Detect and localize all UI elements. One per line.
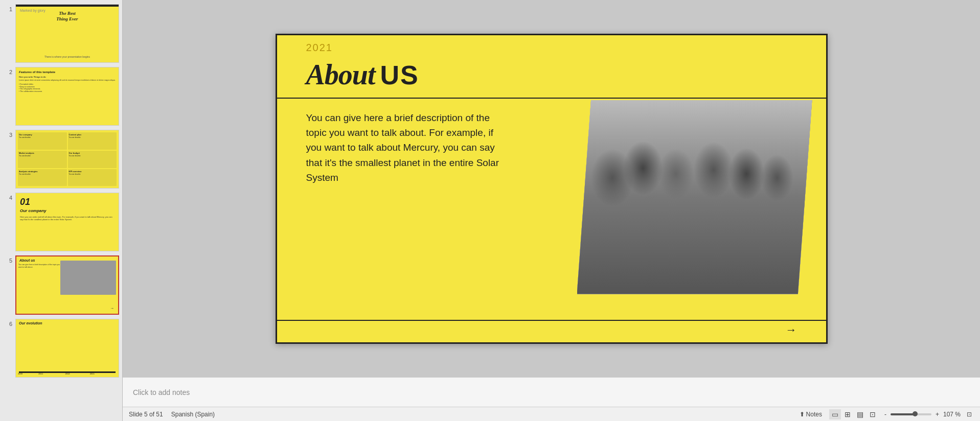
view-icons: ▭ ⊞ ▤ ⊡ bbox=[829, 409, 878, 419]
slide-thumbnail-5[interactable]: About us You can give here a brief descr… bbox=[15, 255, 119, 315]
normal-view-button[interactable]: ▭ bbox=[829, 409, 841, 419]
slide-title-us: US bbox=[380, 60, 419, 90]
zoom-slider[interactable] bbox=[891, 413, 931, 415]
slide-number-1: 1 bbox=[3, 4, 12, 12]
slide-arrow: → bbox=[786, 323, 797, 337]
slide-item-6[interactable]: 6 Our evolution 2009 2011 2013 2015 bbox=[0, 317, 122, 380]
slide-item-4[interactable]: 4 01 Our company Here you can write and … bbox=[0, 191, 122, 253]
slide2-text: Here you write Things to do Lorem ipsum … bbox=[19, 76, 116, 92]
slide-bottom-line bbox=[276, 320, 828, 321]
slide-border-left bbox=[276, 34, 277, 344]
slide-number-2: 2 bbox=[3, 67, 12, 75]
zoom-thumb bbox=[913, 411, 918, 416]
slide-thumbnail-3[interactable]: Our companyYou can describe Content plan… bbox=[15, 130, 119, 189]
slide-content: 2021 About US You can give here a brief … bbox=[276, 34, 828, 344]
slide-number-3: 3 bbox=[3, 130, 12, 138]
main-area: 2021 About US You can give here a brief … bbox=[123, 0, 980, 421]
fit-slide-button[interactable]: ⊡ bbox=[965, 410, 974, 419]
slide3-cell5: Analysis strategiesYou can describe bbox=[18, 169, 67, 186]
slide-thumbnail-1[interactable]: Marked by glory The BestThing Ever There… bbox=[15, 4, 119, 63]
zoom-in-button[interactable]: + bbox=[933, 410, 941, 419]
status-right: ⬆ Notes ▭ ⊞ ▤ ⊡ - + bbox=[796, 409, 974, 419]
slide-title-container: About US bbox=[306, 58, 419, 91]
slide5-arrow: → bbox=[110, 306, 114, 311]
slide-number-6: 6 bbox=[3, 319, 12, 327]
slide5-text: You can give here a brief description of… bbox=[18, 264, 61, 269]
slide-year: 2021 bbox=[306, 42, 333, 54]
notes-area: Click to add notes bbox=[123, 377, 980, 407]
slide3-cell4: Our budgetYou can describe bbox=[68, 151, 117, 168]
slide4-text: Here you can write and tell all about th… bbox=[20, 216, 115, 221]
slide4-number: 01 bbox=[20, 197, 30, 206]
slide3-cell2: Content planYou can describe bbox=[68, 132, 117, 150]
notes-label: Notes bbox=[806, 411, 822, 418]
slide-info: Slide 5 of 51 bbox=[129, 411, 163, 418]
zoom-out-button[interactable]: - bbox=[882, 410, 888, 419]
notes-toggle-button[interactable]: ⬆ Notes bbox=[796, 410, 825, 419]
slide-sorter-button[interactable]: ⊞ bbox=[842, 409, 853, 419]
slide-photo-container bbox=[577, 100, 812, 294]
slide3-cell3: Market analysisYou can describe bbox=[18, 151, 67, 168]
zoom-percent: 107 % bbox=[943, 411, 961, 418]
slide-canvas-area: 2021 About US You can give here a brief … bbox=[123, 0, 980, 377]
slide6-year1: 2009 bbox=[18, 372, 22, 375]
slide1-sub: There is where your presentation begins bbox=[20, 55, 115, 58]
zoom-bar: - + 107 % bbox=[882, 410, 961, 419]
slide6-year4: 2015 bbox=[90, 372, 95, 375]
slide-mid-line bbox=[276, 98, 828, 99]
slide-description: You can give here a brief description of… bbox=[306, 110, 500, 185]
slide6-year2: 2011 bbox=[38, 372, 43, 375]
slide-item-3[interactable]: 3 Our companyYou can describe Content pl… bbox=[0, 128, 122, 191]
slide-border-bottom bbox=[276, 342, 828, 344]
slides-panel: 1 Marked by glory The BestThing Ever The… bbox=[0, 0, 123, 421]
notes-placeholder[interactable]: Click to add notes bbox=[133, 388, 190, 396]
slide6-year3: 2013 bbox=[65, 372, 70, 375]
slide5-title: About us bbox=[19, 259, 35, 262]
slide-number-4: 4 bbox=[3, 193, 12, 201]
slide-photo-inner bbox=[577, 100, 812, 294]
slide-title-about: About bbox=[306, 58, 375, 91]
slide-item-1[interactable]: 1 Marked by glory The BestThing Ever The… bbox=[0, 2, 122, 65]
slide6-title: Our evolution bbox=[19, 321, 42, 325]
slide-item-5[interactable]: 5 About us You can give here a brief des… bbox=[0, 253, 122, 317]
slideshow-button[interactable]: ⊡ bbox=[867, 409, 878, 419]
slide1-title: The BestThing Ever bbox=[20, 11, 115, 22]
reading-view-button[interactable]: ▤ bbox=[854, 409, 866, 419]
zoom-track bbox=[891, 413, 915, 415]
slide-thumbnail-6[interactable]: Our evolution 2009 2011 2013 2015 bbox=[15, 319, 119, 378]
slide-border-top bbox=[276, 34, 828, 35]
slide-border-right bbox=[826, 34, 828, 344]
slide3-cell1: Our companyYou can describe bbox=[18, 132, 67, 150]
app-container: 1 Marked by glory The BestThing Ever The… bbox=[0, 0, 980, 421]
slide-number-5: 5 bbox=[3, 255, 12, 264]
slide-thumbnail-4[interactable]: 01 Our company Here you can write and te… bbox=[15, 193, 119, 251]
notes-up-icon: ⬆ bbox=[800, 411, 805, 418]
slide2-title: Features of this template bbox=[19, 71, 55, 74]
status-left: Slide 5 of 51 Spanish (Spain) bbox=[129, 411, 215, 418]
language-info: Spanish (Spain) bbox=[171, 411, 215, 418]
slide4-title: Our company bbox=[20, 208, 47, 213]
slide-item-2[interactable]: 2 Features of this template Here you wri… bbox=[0, 65, 122, 128]
slide-thumbnail-2[interactable]: Features of this template Here you write… bbox=[15, 67, 119, 126]
status-bar: Slide 5 of 51 Spanish (Spain) ⬆ Notes ▭ … bbox=[123, 407, 980, 421]
slide-photo-parallelogram bbox=[577, 100, 812, 294]
slide3-cell6: KPI overviewYou can describe bbox=[68, 169, 117, 186]
slide5-image bbox=[60, 261, 116, 295]
photo-overlay bbox=[577, 100, 812, 294]
